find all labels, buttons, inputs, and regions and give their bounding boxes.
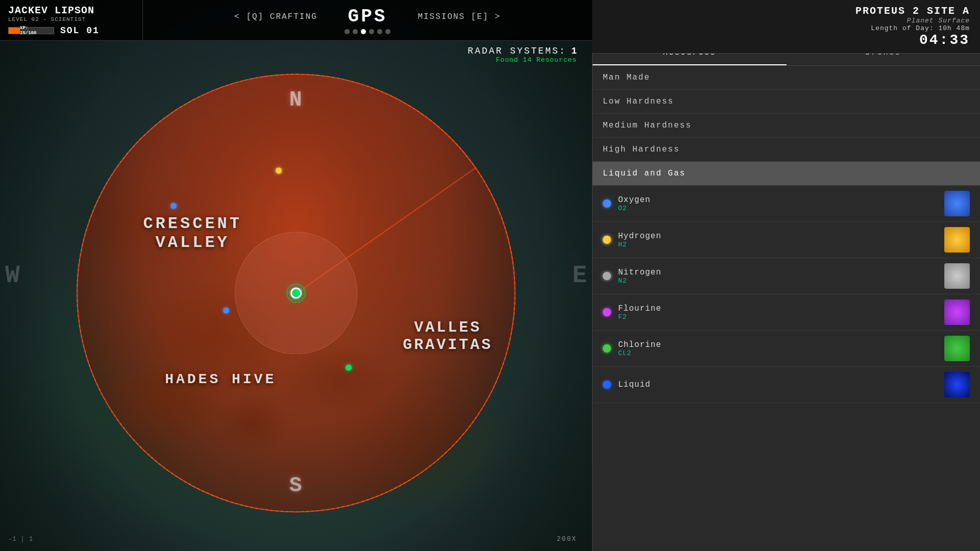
resource-item-oxygen[interactable]: Oxygen O2 <box>593 186 980 222</box>
nitrogen-info: Nitrogen N2 <box>618 268 939 285</box>
day-length: Length of Day: 10h 48m <box>602 24 970 32</box>
sol-display: SOL 01 <box>60 26 100 36</box>
hydrogen-name: Hydrogen <box>618 232 939 241</box>
player-level: LEVEL 02 - SCIENTIST <box>8 16 134 22</box>
nav-dot-3[interactable] <box>361 29 366 34</box>
radar-found: Found 14 Resources <box>468 56 577 64</box>
planet-surface: Planet Surface <box>602 17 970 24</box>
resource-item-flourine[interactable]: Flourine F2 <box>593 294 980 331</box>
compass-south: S <box>289 474 303 498</box>
header: JACKEV LIPSON LEVEL 02 - SCIENTIST XP: 2… <box>0 0 592 41</box>
compass-west: W <box>5 262 20 289</box>
nav-dot-6[interactable] <box>385 29 390 34</box>
xp-bar-fill <box>9 28 20 34</box>
player-name: JACKEV LIPSON <box>8 5 134 16</box>
xp-row: XP: 25/100 SOL 01 <box>8 26 134 36</box>
top-right-info: PROTEUS 2 SITE A Planet Surface Length o… <box>592 0 980 54</box>
category-man-made[interactable]: Man Made <box>593 66 980 90</box>
oxygen-dot <box>603 199 611 208</box>
oxygen-thumbnail <box>944 191 970 216</box>
compass-east: E <box>572 262 587 289</box>
flourine-formula: F2 <box>618 313 939 321</box>
radar-circle: CRESCENT VALLEY VALLES GRAVITAS HADES HI… <box>77 73 516 512</box>
oxygen-info: Oxygen O2 <box>618 195 939 212</box>
zoom-level: 200X <box>557 535 577 543</box>
flourine-info: Flourine F2 <box>618 304 939 321</box>
nav-dots <box>345 29 390 34</box>
radar-count: 1 <box>571 46 577 56</box>
resource-item-liquid[interactable]: Liquid <box>593 367 980 403</box>
hydrogen-info: Hydrogen H2 <box>618 232 939 248</box>
xp-text: XP: 25/100 <box>20 26 42 36</box>
hydrogen-dot <box>603 236 611 244</box>
nav-buttons: < [Q] CRAFTING GPS MISSIONS [E] > <box>234 6 501 27</box>
oxygen-formula: O2 <box>618 205 939 212</box>
hydrogen-formula: H2 <box>618 241 939 248</box>
resource-item-chlorine[interactable]: Chlorine CL2 <box>593 331 980 367</box>
radar-label: RADAR SYSTEMS: <box>468 46 566 56</box>
category-liquid-and-gas[interactable]: Liquid and Gas <box>593 162 980 186</box>
nav-dot-5[interactable] <box>377 29 382 34</box>
resource-item-hydrogen[interactable]: Hydrogen H2 <box>593 222 980 258</box>
category-medium-hardness[interactable]: Medium Hardness <box>593 114 980 138</box>
compass-north: N <box>289 88 303 112</box>
missions-nav-button[interactable]: MISSIONS [E] > <box>418 12 500 21</box>
zone-label-crescent-valley: CRESCENT VALLEY <box>143 214 242 252</box>
hydrogen-thumbnail <box>944 227 970 253</box>
chlorine-dot <box>603 344 611 353</box>
nitrogen-formula: N2 <box>618 277 939 285</box>
radar-info: RADAR SYSTEMS: 1 Found 14 Resources <box>468 46 577 64</box>
gps-title: GPS <box>348 6 387 27</box>
category-low-hardness[interactable]: Low Hardness <box>593 90 980 114</box>
flourine-thumbnail <box>944 299 970 325</box>
nav-dot-4[interactable] <box>369 29 374 34</box>
map-area: CRESCENT VALLEY VALLES GRAVITAS HADES HI… <box>0 0 592 551</box>
chlorine-thumbnail <box>944 336 970 361</box>
liquid-dot <box>603 381 611 389</box>
flourine-name: Flourine <box>618 304 939 313</box>
nitrogen-name: Nitrogen <box>618 268 939 277</box>
resource-list: Man Made Low Hardness Medium Hardness Hi… <box>593 66 980 403</box>
zone-label-hades-hive: HADES HIVE <box>165 371 276 387</box>
nav-center: < [Q] CRAFTING GPS MISSIONS [E] > <box>143 6 592 34</box>
liquid-name: Liquid <box>618 380 939 389</box>
resource-dot <box>223 308 229 314</box>
chlorine-name: Chlorine <box>618 340 939 349</box>
resource-dot <box>346 364 352 370</box>
oxygen-name: Oxygen <box>618 195 939 205</box>
right-panel: PROTEUS 2 SITE A Planet Surface Length o… <box>592 0 980 551</box>
nitrogen-dot <box>603 272 611 280</box>
nav-dot-1[interactable] <box>345 29 350 34</box>
nitrogen-thumbnail <box>944 263 970 289</box>
chlorine-info: Chlorine CL2 <box>618 340 939 357</box>
xp-bar: XP: 25/100 <box>8 27 54 34</box>
player-info: JACKEV LIPSON LEVEL 02 - SCIENTIST XP: 2… <box>0 1 143 40</box>
coords-display: -1 | 1 <box>8 536 33 543</box>
crafting-nav-button[interactable]: < [Q] CRAFTING <box>234 12 317 21</box>
site-title: PROTEUS 2 SITE A <box>602 5 970 17</box>
chlorine-formula: CL2 <box>618 349 939 357</box>
resource-dot <box>170 203 177 209</box>
zone-label-valles-gravitas: VALLES GRAVITAS <box>403 319 493 354</box>
nav-dot-2[interactable] <box>353 29 358 34</box>
time-display: 04:33 <box>602 32 970 48</box>
liquid-thumbnail <box>944 372 970 397</box>
category-high-hardness[interactable]: High Hardness <box>593 138 980 162</box>
liquid-info: Liquid <box>618 380 939 389</box>
player-marker <box>290 287 302 298</box>
resource-item-nitrogen[interactable]: Nitrogen N2 <box>593 258 980 294</box>
flourine-dot <box>603 308 611 316</box>
resource-dot <box>276 168 282 174</box>
